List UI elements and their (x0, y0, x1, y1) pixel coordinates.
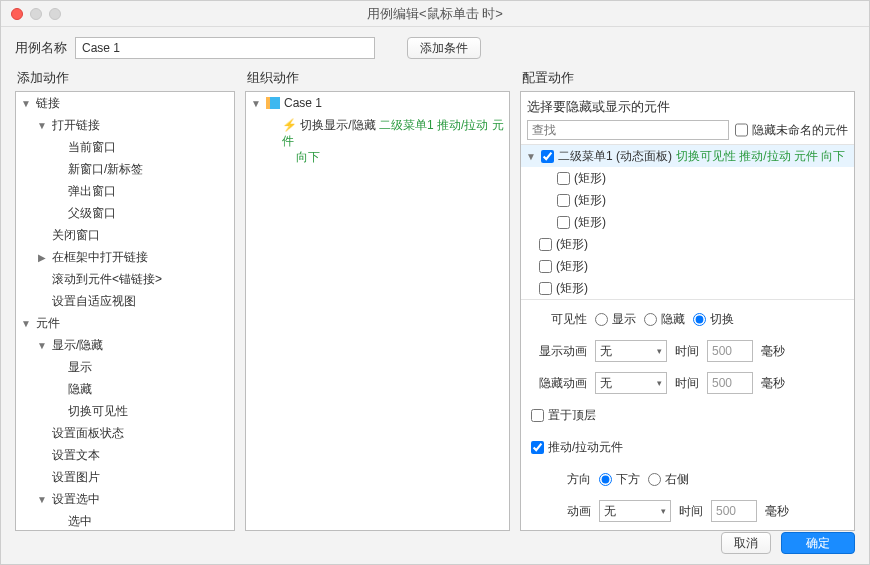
tree-open-in-frame[interactable]: 在框架中打开链接 (16, 246, 234, 268)
choose-widgets-label: 选择要隐藏或显示的元件 (521, 92, 854, 120)
widget-checkbox[interactable] (541, 150, 554, 163)
tree-set-selected[interactable]: 设置选中 (16, 488, 234, 510)
tree-scroll-anchor[interactable]: 滚动到元件<锚链接> (16, 268, 234, 290)
chevron-down-icon[interactable] (525, 151, 537, 162)
visibility-row: 可见性 显示 隐藏 切换 (531, 306, 844, 332)
add-condition-button[interactable]: 添加条件 (407, 37, 481, 59)
window-title: 用例编辑<鼠标单击 时> (1, 1, 869, 27)
tree-widgets[interactable]: 元件 (16, 312, 234, 334)
case-label: Case 1 (284, 96, 322, 110)
widget-list-item[interactable]: (矩形) (521, 277, 854, 299)
tree-popup-window[interactable]: 弹出窗口 (16, 180, 234, 202)
push-pull-time[interactable]: 500 (711, 500, 757, 522)
case-icon (266, 97, 280, 109)
case-name-label: 用例名称 (15, 39, 67, 57)
show-anim-select[interactable]: 无▾ (595, 340, 667, 362)
tree-open-link[interactable]: 打开链接 (16, 114, 234, 136)
ok-button[interactable]: 确定 (781, 532, 855, 554)
zoom-window-dot (49, 8, 61, 20)
widget-checkbox[interactable] (539, 260, 552, 273)
tree-close-window[interactable]: 关闭窗口 (16, 224, 234, 246)
show-anim-time[interactable]: 500 (707, 340, 753, 362)
hide-anim-select[interactable]: 无▾ (595, 372, 667, 394)
widget-label: (矩形) (574, 170, 606, 187)
widget-list-item[interactable]: (矩形) (521, 189, 854, 211)
tree-current-window[interactable]: 当前窗口 (16, 136, 234, 158)
action-prefix: 切换显示/隐藏 (300, 118, 375, 132)
visibility-toggle-radio[interactable]: 切换 (693, 311, 734, 328)
widget-label: (矩形) (556, 258, 588, 275)
configure-action-panel: 选择要隐藏或显示的元件 隐藏未命名的元件 二级菜单1 (动态面板) 切换可见性 … (520, 91, 855, 531)
tree-toggle-visibility[interactable]: 切换可见性 (16, 400, 234, 422)
action-node[interactable]: ⚡ 切换显示/隐藏 二级菜单1 推动/拉动 元件 向下 (246, 114, 509, 168)
bolt-icon: ⚡ (282, 118, 297, 132)
add-action-header: 添加动作 (15, 65, 235, 91)
hide-unnamed-checkbox[interactable]: 隐藏未命名的元件 (735, 120, 848, 140)
visibility-show-radio[interactable]: 显示 (595, 311, 636, 328)
tree-set-panel-state[interactable]: 设置面板状态 (16, 422, 234, 444)
tree-parent-window[interactable]: 父级窗口 (16, 202, 234, 224)
widget-checkbox[interactable] (539, 282, 552, 295)
widget-checkbox[interactable] (557, 194, 570, 207)
tree-hide[interactable]: 隐藏 (16, 378, 234, 400)
widget-label: (矩形) (556, 236, 588, 253)
tree-new-window-tab[interactable]: 新窗口/新标签 (16, 158, 234, 180)
minimize-window-dot (30, 8, 42, 20)
action-tail: 向下 (282, 149, 505, 165)
widget-label: (矩形) (556, 280, 588, 297)
tree-set-text[interactable]: 设置文本 (16, 444, 234, 466)
hide-anim-row: 隐藏动画 无▾ 时间 500 毫秒 (531, 370, 844, 396)
widget-label: 二级菜单1 (动态面板) (558, 148, 672, 165)
push-pull-anim-select[interactable]: 无▾ (599, 500, 671, 522)
widget-checkbox[interactable] (539, 238, 552, 251)
organize-action-panel[interactable]: Case 1 ⚡ 切换显示/隐藏 二级菜单1 推动/拉动 元件 向下 (245, 91, 510, 531)
case-name-input[interactable] (75, 37, 375, 59)
widget-list-item[interactable]: (矩形) (521, 167, 854, 189)
widget-list[interactable]: 二级菜单1 (动态面板) 切换可见性 推动/拉动 元件 向下(矩形)(矩形)(矩… (521, 144, 854, 300)
push-pull-checkbox[interactable]: 推动/拉动元件 (531, 439, 623, 456)
organize-action-header: 组织动作 (245, 65, 510, 91)
widget-checkbox[interactable] (557, 216, 570, 229)
window-traffic-lights (11, 8, 61, 20)
widget-list-item[interactable]: (矩形) (521, 255, 854, 277)
tree-select[interactable]: 选中 (16, 510, 234, 531)
tree-links[interactable]: 链接 (16, 92, 234, 114)
widget-label: (矩形) (574, 192, 606, 209)
widget-list-item[interactable]: (矩形) (521, 211, 854, 233)
add-action-panel[interactable]: 链接 打开链接 当前窗口 新窗口/新标签 弹出窗口 父级窗口 关闭窗口 在框架中… (15, 91, 235, 531)
widget-list-item[interactable]: 二级菜单1 (动态面板) 切换可见性 推动/拉动 元件 向下 (521, 145, 854, 167)
visibility-label: 可见性 (531, 311, 587, 328)
configure-action-header: 配置动作 (520, 65, 855, 91)
hide-anim-time[interactable]: 500 (707, 372, 753, 394)
tree-set-image[interactable]: 设置图片 (16, 466, 234, 488)
widget-search-input[interactable] (527, 120, 729, 140)
close-window-dot[interactable] (11, 8, 23, 20)
tree-show[interactable]: 显示 (16, 356, 234, 378)
visibility-hide-radio[interactable]: 隐藏 (644, 311, 685, 328)
direction-right-radio[interactable]: 右侧 (648, 471, 689, 488)
widget-label: (矩形) (574, 214, 606, 231)
tree-set-adaptive-view[interactable]: 设置自适应视图 (16, 290, 234, 312)
case-node[interactable]: Case 1 (246, 92, 509, 114)
tree-show-hide[interactable]: 显示/隐藏 (16, 334, 234, 356)
show-anim-row: 显示动画 无▾ 时间 500 毫秒 (531, 338, 844, 364)
bring-to-front-checkbox[interactable]: 置于顶层 (531, 407, 596, 424)
widget-extra: 切换可见性 推动/拉动 元件 向下 (676, 148, 845, 165)
direction-down-radio[interactable]: 下方 (599, 471, 640, 488)
widget-list-item[interactable]: (矩形) (521, 233, 854, 255)
widget-checkbox[interactable] (557, 172, 570, 185)
cancel-button[interactable]: 取消 (721, 532, 771, 554)
